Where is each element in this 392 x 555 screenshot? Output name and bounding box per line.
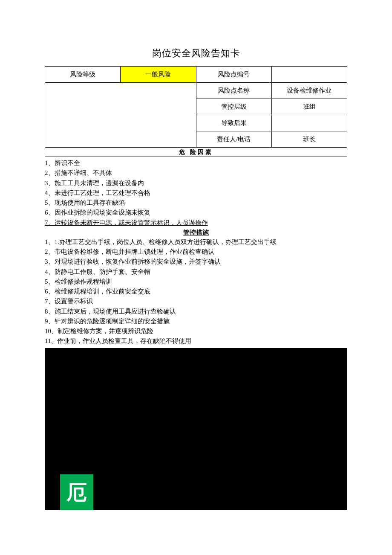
measure-item: 4、防静电工作服、防护手套、安全帽: [45, 267, 347, 277]
document-title: 岗位安全风险告知卡: [45, 47, 347, 60]
risk-point-name-label: 风险点名称: [196, 83, 271, 99]
measure-item: 10、制定检维修方案，并逐项辨识危险: [45, 326, 347, 336]
consequence-label: 导致后果: [196, 115, 271, 131]
image-block: 厄: [45, 348, 347, 510]
hazard-item: 6、因作业拆除的现场安全设施未恢复: [45, 208, 347, 218]
measure-item: 8、施工结束后，现场使用工具应进行查验确认: [45, 307, 347, 317]
risk-level-value: 一般风险: [121, 67, 196, 83]
empty-merged-cell: [45, 83, 196, 148]
measures-header: 管控措施: [45, 229, 347, 237]
hazard-item: 1、辨识不全: [45, 158, 347, 168]
control-level-value: 班组: [271, 99, 347, 115]
hazard-item: 2、措施不详细、不具体: [45, 168, 347, 178]
hazard-list: 1、辨识不全 2、措施不详细、不具体 3、施工工具未清理，遗漏在设备内 4、未进…: [45, 158, 347, 228]
measure-item: 3、对现场进行验收，恢复作业前拆移的安全设施，并签字确认: [45, 257, 347, 267]
risk-point-no-label: 风险点编号: [196, 67, 271, 83]
measure-item: 9、针对辨识的危险逐项制定详细的安全措施: [45, 317, 347, 326]
responsible-label: 责任人/电话: [196, 131, 271, 148]
hazard-item: 3、施工工具未清理，遗漏在设备内: [45, 178, 347, 188]
measure-item: 1、1.办理工艺交出手续，岗位人员、检维修人员双方进行确认，办理工艺交出手续: [45, 237, 347, 247]
green-badge: 厄: [60, 474, 93, 510]
measure-item: 7、设置警示标识: [45, 296, 347, 306]
info-table: 风险等级 一般风险 风险点编号 风险点名称 设备检维修作业 管控层级 班组 导致…: [45, 66, 347, 157]
hazard-item: 4、未进行工艺处理，工艺处理不合格: [45, 188, 347, 198]
risk-level-label: 风险等级: [45, 67, 121, 83]
risk-point-name-value: 设备检维修作业: [271, 83, 347, 99]
hazard-item: 7、运转设备未断开电源，或未设置警示标识，人员误操作: [45, 218, 347, 228]
measure-item: 2、带电设备检维修，断电并挂牌上锁处理，作业前检查确认: [45, 247, 347, 257]
hazard-item: 5、现场使用的工具存在缺陷: [45, 198, 347, 208]
risk-point-no-value: [271, 67, 347, 83]
control-level-label: 管控层级: [196, 99, 271, 115]
measure-item: 6、检维修规程培训，作业前安全交底: [45, 287, 347, 296]
measure-item: 5、检维修操作规程培训: [45, 277, 347, 287]
responsible-value: 班长: [271, 131, 347, 148]
measures-list: 1、1.办理工艺交出手续，岗位人员、检维修人员双方进行确认，办理工艺交出手续 2…: [45, 237, 347, 346]
hazard-header: 危 险因素: [45, 148, 347, 157]
badge-char: 厄: [66, 482, 87, 503]
measure-item: 11、作业前，作业人员检查工具，存在缺陷不得使用: [45, 336, 347, 346]
consequence-value: [271, 115, 347, 131]
